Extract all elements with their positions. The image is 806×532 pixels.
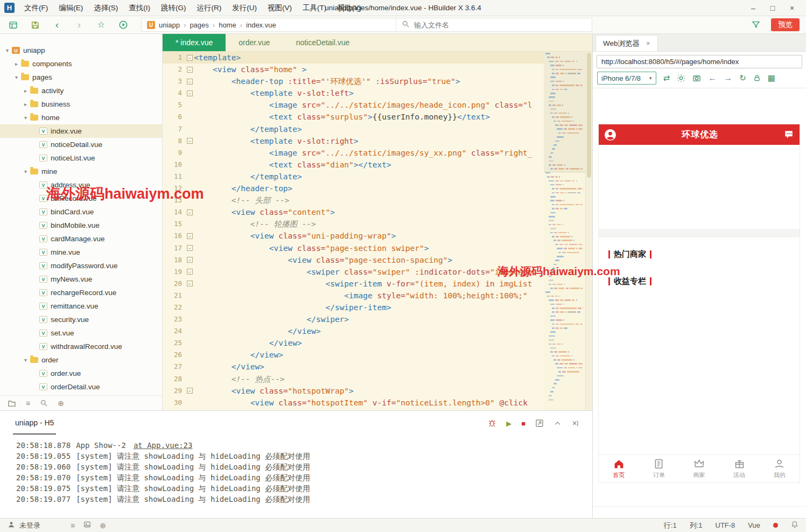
tree-item-bindMobile.vue[interactable]: VbindMobile.vue: [0, 219, 162, 232]
tree-item-orderDetail.vue[interactable]: VorderDetail.vue: [0, 380, 162, 394]
tree-item-order.vue[interactable]: Vorder.vue: [0, 367, 162, 380]
line-number[interactable]: 20: [163, 278, 185, 290]
menu-查找(I)[interactable]: 查找(I): [123, 0, 156, 16]
tree-item-business[interactable]: ▸business: [0, 97, 162, 111]
layout-icon[interactable]: [6, 18, 19, 32]
line-number[interactable]: 5: [163, 99, 185, 111]
line-number[interactable]: 9: [163, 147, 185, 159]
scrollbar-thumb[interactable]: [587, 53, 591, 178]
tree-item-uniapp[interactable]: ▾Uuniapp: [0, 44, 162, 57]
bell-icon[interactable]: [791, 521, 798, 530]
editor-tab-order.vue[interactable]: order.vue: [226, 34, 283, 51]
device-select[interactable]: iPhone 6/7/8 ▾: [597, 72, 656, 85]
line-number[interactable]: 6: [163, 111, 185, 123]
file-search-input[interactable]: [414, 21, 586, 29]
expand-toggle-icon[interactable]: ▾: [22, 115, 30, 121]
tabbar-item-我的[interactable]: 我的: [759, 455, 800, 482]
line-number[interactable]: 18: [163, 254, 185, 266]
encoding-indicator[interactable]: UTF-8: [716, 521, 735, 529]
line-number[interactable]: 30: [163, 397, 185, 409]
forward-arrow-icon[interactable]: →: [724, 73, 732, 83]
tree-item-mine.vue[interactable]: Vmine.vue: [0, 246, 162, 259]
url-input[interactable]: [597, 55, 802, 68]
line-number[interactable]: 2: [163, 64, 185, 75]
grid-icon[interactable]: ▦: [768, 73, 775, 83]
expand-toggle-icon[interactable]: ▾: [12, 74, 20, 80]
tree-item-order[interactable]: ▾order: [0, 353, 162, 367]
refresh-icon[interactable]: ↻: [739, 73, 746, 83]
close-button[interactable]: ×: [782, 0, 802, 16]
tree-item-mine[interactable]: ▾mine: [0, 165, 162, 178]
line-number[interactable]: 23: [163, 313, 185, 325]
save-icon[interactable]: [29, 18, 41, 32]
tree-item-set.vue[interactable]: Vset.vue: [0, 326, 162, 340]
globe-icon[interactable]: ⊕: [100, 521, 106, 530]
close-tab-icon[interactable]: ×: [646, 39, 650, 47]
lock-icon[interactable]: [753, 74, 761, 82]
cursor-column[interactable]: 列:1: [690, 521, 703, 530]
line-number[interactable]: 15: [163, 218, 185, 230]
fold-toggle-icon[interactable]: -: [187, 209, 193, 215]
line-number[interactable]: 28: [163, 373, 185, 385]
line-number[interactable]: 22: [163, 302, 185, 313]
line-number[interactable]: 25: [163, 337, 185, 349]
tree-item-cardManage.vue[interactable]: VcardManage.vue: [0, 232, 162, 246]
menu-视图(V)[interactable]: 视图(V): [262, 0, 297, 16]
tree-item-index.vue[interactable]: Vindex.vue: [0, 124, 162, 138]
file-search[interactable]: [396, 18, 592, 31]
tree-item-activity[interactable]: ▸activity: [0, 84, 162, 97]
tree-item-rechargeRecord.vue[interactable]: VrechargeRecord.vue: [0, 286, 162, 299]
tree-item-address.vue[interactable]: Vaddress.vue: [0, 178, 162, 192]
clear-console-icon[interactable]: [571, 419, 579, 428]
line-number[interactable]: 11: [163, 171, 185, 183]
menu-文件(F)[interactable]: 文件(F): [19, 0, 53, 16]
minimap-viewport[interactable]: [544, 52, 585, 172]
rotate-icon[interactable]: ⇄: [663, 73, 670, 83]
line-number[interactable]: 13: [163, 194, 185, 206]
stop-icon[interactable]: ■: [521, 419, 525, 428]
expand-toggle-icon[interactable]: ▸: [22, 88, 30, 94]
minimap[interactable]: [544, 52, 585, 410]
cursor-line[interactable]: 行:1: [664, 521, 677, 530]
gear-icon[interactable]: [677, 74, 685, 82]
breadcrumb-item[interactable]: pages: [190, 21, 208, 29]
line-number[interactable]: 1: [163, 52, 185, 64]
line-number[interactable]: 27: [163, 361, 185, 373]
breadcrumb-item[interactable]: uniapp: [159, 21, 180, 29]
tree-item-noticeDetail.vue[interactable]: VnoticeDetail.vue: [0, 138, 162, 151]
fold-toggle-icon[interactable]: -: [187, 269, 193, 275]
tree-item-remittance.vue[interactable]: Vremittance.vue: [0, 299, 162, 313]
line-number[interactable]: 7: [163, 123, 185, 135]
line-number[interactable]: 12: [163, 183, 185, 194]
debug-icon[interactable]: [488, 419, 496, 428]
tabbar-item-订单[interactable]: 订单: [639, 455, 679, 482]
tree-item-billRecord.vue[interactable]: VbillRecord.vue: [0, 192, 162, 205]
breadcrumb-item[interactable]: index.vue: [246, 21, 276, 29]
line-number[interactable]: 21: [163, 290, 185, 302]
screenshot-icon[interactable]: [692, 74, 701, 82]
menu-跳转(G)[interactable]: 跳转(G): [156, 0, 192, 16]
avatar-icon[interactable]: [604, 129, 616, 141]
tree-item-security.vue[interactable]: Vsecurity.vue: [0, 313, 162, 326]
tree-item-home[interactable]: ▾home: [0, 111, 162, 124]
collapse-icon[interactable]: [553, 419, 562, 428]
line-number[interactable]: 17: [163, 242, 185, 254]
tabbar-item-首页[interactable]: 首页: [599, 455, 639, 482]
line-number[interactable]: 19: [163, 266, 185, 278]
tree-item-bindCard.vue[interactable]: VbindCard.vue: [0, 205, 162, 219]
panel-icon[interactable]: [83, 521, 91, 530]
editor-tab-index.vue[interactable]: * index.vue: [163, 34, 226, 51]
tree-item-pages[interactable]: ▾pages: [0, 71, 162, 84]
tree-item-myNews.vue[interactable]: VmyNews.vue: [0, 272, 162, 286]
message-icon[interactable]: [783, 129, 794, 140]
tree-item-noticeList.vue[interactable]: VnoticeList.vue: [0, 151, 162, 165]
line-number[interactable]: 29: [163, 385, 185, 397]
back-arrow-icon[interactable]: ←: [708, 73, 717, 83]
expand-toggle-icon[interactable]: ▾: [3, 47, 11, 53]
tabbar-item-活动[interactable]: 活动: [719, 455, 760, 482]
menu-发行(U)[interactable]: 发行(U): [227, 0, 262, 16]
fold-toggle-icon[interactable]: -: [187, 233, 193, 239]
folder-icon[interactable]: [8, 399, 16, 408]
line-number[interactable]: 3: [163, 75, 185, 87]
fold-toggle-icon[interactable]: -: [187, 79, 193, 85]
